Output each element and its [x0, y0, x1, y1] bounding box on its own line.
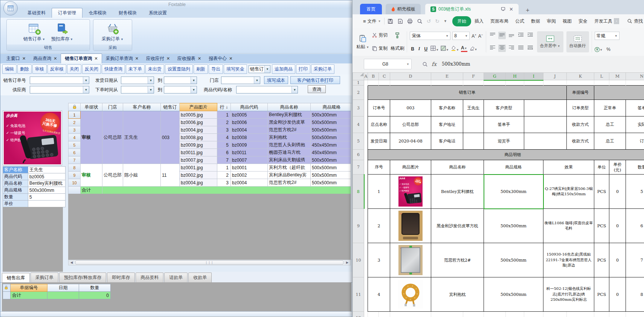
group-store[interactable]: 公司总部 — [102, 111, 123, 164]
cell[interactable] — [463, 116, 484, 133]
decrease-indent-button[interactable] — [517, 32, 525, 39]
append-product-button[interactable]: 追加商品 — [272, 64, 295, 74]
merge-center-button[interactable]: 合并居中 ▼ — [537, 31, 563, 52]
table-row[interactable]: 1 审核 公司总部 王先生 003 bz0005.jpg1bz0005Bentl… — [69, 111, 353, 119]
chevron-right-icon[interactable]: › — [614, 18, 619, 24]
currency-format-button[interactable]: ¥▼ — [595, 47, 603, 52]
column-header-order-no[interactable]: 销售订 — [161, 103, 180, 111]
menu-security[interactable]: 安全 — [575, 16, 591, 26]
percent-format-button[interactable]: % — [606, 47, 610, 52]
lock-column-header[interactable] — [3, 284, 11, 292]
close-document-icon[interactable]: ✕ — [509, 6, 513, 12]
column-header-i[interactable]: I — [524, 73, 543, 80]
cell[interactable] — [524, 133, 567, 150]
zoom-formula-icon[interactable] — [422, 61, 428, 67]
column-header-l[interactable]: L — [594, 73, 609, 80]
cell[interactable]: 500x500mm — [484, 243, 543, 277]
row-header[interactable]: 4 — [353, 116, 364, 133]
copy-button[interactable]: 复制 — [372, 45, 388, 52]
cell[interactable]: 500x500mm — [484, 277, 543, 312]
align-center-button[interactable] — [498, 44, 506, 52]
align-middle-button[interactable] — [498, 32, 506, 39]
redo-icon[interactable]: ↻ — [435, 18, 440, 24]
cell[interactable]: 0 — [609, 243, 626, 277]
close-order-button[interactable]: 关闭 — [67, 64, 81, 74]
cell[interactable]: PCS — [594, 277, 609, 312]
row-header[interactable]: 2 — [353, 86, 364, 100]
ship-date-from-combo[interactable]: ▼ — [121, 77, 154, 84]
cell[interactable]: 客户类型 — [484, 100, 524, 116]
doc-tab-product-query[interactable]: 商品查询✕ — [29, 54, 61, 63]
scroll-left-icon[interactable]: ◀ — [69, 260, 75, 265]
fx-icon[interactable]: fx — [432, 61, 436, 67]
cell[interactable]: 客户电话 — [431, 133, 463, 150]
save-icon[interactable] — [388, 18, 393, 24]
tab-receipt[interactable]: 收款单 — [188, 273, 212, 282]
row-header[interactable]: 5 — [353, 133, 364, 150]
column-header-date[interactable]: 日期 — [47, 284, 79, 292]
customer-order-print-button[interactable]: 客户销售订单打印 — [290, 76, 340, 84]
lock-column-header[interactable] — [69, 103, 81, 111]
bold-button[interactable]: B — [410, 46, 415, 52]
cell[interactable]: 实际 — [626, 116, 644, 133]
tab-reserve-release-stock[interactable]: 预扣库存/释放库存 — [59, 273, 106, 282]
column-header-h[interactable]: H — [506, 73, 524, 80]
cell[interactable]: 客户名称 — [431, 100, 463, 116]
row-header[interactable]: 6 — [353, 150, 364, 160]
detail-header[interactable]: 效果 — [543, 160, 594, 175]
cell[interactable]: 宾利抱枕 — [431, 277, 484, 312]
cell[interactable] — [463, 133, 484, 150]
borders-button[interactable]: ▼ — [430, 46, 439, 52]
column-header-a[interactable]: A — [364, 73, 368, 80]
cell[interactable]: 签单手 — [484, 116, 524, 133]
cell[interactable]: 2020-04-08 — [390, 133, 431, 150]
file-menu[interactable]: ≡文件▼ — [363, 18, 381, 25]
new-tab-icon[interactable]: ＋ — [525, 6, 531, 14]
ribbon-tab-order-management[interactable]: 订单管理 — [52, 8, 82, 18]
detail-value[interactable]: 500x300mm — [28, 187, 66, 194]
tab-purchase-order[interactable]: 采购订单 — [31, 273, 58, 282]
ribbon-tab-finance[interactable]: 财务模块 — [113, 8, 143, 18]
cell[interactable]: 客户地址 — [431, 116, 463, 133]
app-menu-button[interactable] — [3, 1, 18, 15]
column-header-k[interactable]: K — [567, 73, 594, 80]
close-icon[interactable]: ✕ — [198, 56, 201, 61]
export-icon[interactable] — [397, 18, 403, 24]
doc-tab-receivable-payable[interactable]: 应收应付✕ — [142, 54, 174, 63]
not-shipped-button[interactable]: 未出货 — [145, 64, 164, 74]
cell[interactable]: 0 — [609, 175, 626, 209]
refresh-button[interactable]: 刷新 — [194, 64, 208, 74]
product-code-combo[interactable]: ▼ — [236, 86, 298, 93]
increase-font-icon[interactable]: A+ — [472, 33, 476, 39]
cell-shading-button[interactable]: ▼ — [441, 46, 449, 52]
select-all-corner[interactable] — [353, 73, 364, 80]
detail-label[interactable]: 数量 — [3, 194, 28, 201]
table-row[interactable]: 8 审核 公司总部 陈小姐 11 bz0001.jpg1bz0001宾利方枕（超… — [69, 164, 353, 172]
column-header-spec[interactable]: 商品规格 — [311, 103, 353, 111]
group-status[interactable]: 审核 — [81, 111, 102, 164]
detail-header[interactable]: 商品规格 — [484, 160, 543, 175]
detail-header[interactable]: 商品名称 — [431, 160, 484, 175]
print-button[interactable]: 打印 — [296, 64, 310, 74]
cell-product-image[interactable]: L1086 — [390, 209, 431, 243]
align-bottom-button[interactable] — [508, 32, 515, 39]
column-header-j[interactable]: J — [543, 73, 567, 80]
menu-start[interactable]: 开始 — [452, 16, 471, 26]
decrease-font-icon[interactable]: A− — [478, 33, 483, 39]
delete-button[interactable]: 删除 — [17, 64, 32, 74]
font-name-combo[interactable]: 宋体▼ — [410, 32, 450, 40]
format-painter-button[interactable]: 格式刷 — [391, 45, 404, 52]
distribute-button[interactable] — [526, 44, 534, 52]
doc-no-header-cell[interactable]: 单据编号 — [567, 86, 594, 100]
cell[interactable]: Bentley宾利腰枕 — [431, 175, 484, 209]
row-header[interactable]: 9 — [353, 209, 364, 243]
menu-review[interactable]: 审阅 — [543, 16, 559, 26]
doc-tab-sales-order-query[interactable]: 销售订单查询✕ — [61, 54, 102, 63]
column-header-line[interactable]: 行 ↓ — [217, 103, 231, 111]
column-header-code[interactable]: 商品代码 — [231, 103, 268, 111]
cell[interactable]: 150930-16生态皮|黑线贴22191-7金黄布绣范思哲人脸|原边 — [543, 243, 594, 277]
cell[interactable]: 迎宾手 — [484, 133, 524, 150]
order-no-combo[interactable]: ▼ — [30, 77, 89, 84]
detail-label[interactable]: 商品规格 — [3, 187, 28, 194]
cut-button[interactable]: 剪切 — [372, 32, 388, 38]
